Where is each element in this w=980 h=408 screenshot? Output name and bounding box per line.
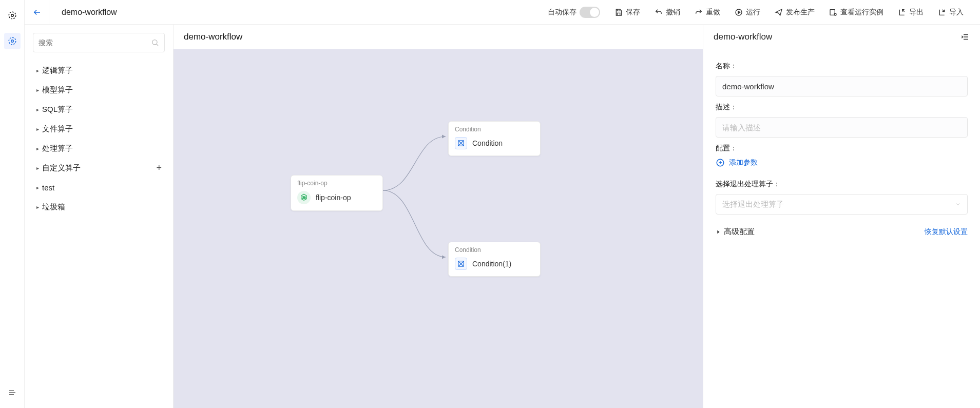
edges	[174, 49, 703, 408]
advanced-toggle[interactable]: 高级配置	[716, 227, 755, 237]
exit-select[interactable]: 选择退出处理算子	[716, 194, 968, 215]
canvas-title: demo-workflow	[174, 25, 703, 49]
play-icon	[735, 8, 743, 16]
node-header: Condition	[449, 122, 540, 133]
switch-icon[interactable]	[580, 7, 600, 18]
exit-label: 选择退出处理算子：	[716, 180, 968, 189]
list-search-icon	[829, 8, 837, 16]
node-label: Condition	[472, 139, 503, 147]
plus-circle-icon	[716, 158, 725, 167]
svg-point-3	[9, 37, 16, 45]
export-icon	[898, 8, 906, 16]
node-header: Condition	[449, 242, 540, 254]
caret-right-icon: ▸	[33, 126, 42, 132]
svg-point-7	[152, 40, 157, 45]
caret-right-icon: ▸	[33, 68, 42, 73]
import-icon	[938, 8, 946, 16]
back-button[interactable]	[25, 0, 49, 25]
send-icon	[775, 8, 783, 16]
sidebar-item[interactable]: ▸SQL算子	[33, 100, 165, 119]
node-label: flip-coin-op	[316, 193, 351, 202]
redo-icon	[695, 8, 703, 16]
name-field[interactable]	[716, 76, 968, 96]
restore-defaults-link[interactable]: 恢复默认设置	[925, 227, 968, 237]
caret-right-icon: ▸	[33, 185, 42, 190]
instances-button[interactable]: 查看运行实例	[823, 0, 890, 25]
collapse-panel-icon[interactable]	[960, 32, 970, 42]
collapse-rail-icon[interactable]	[4, 384, 21, 401]
sidebar-item[interactable]: ▸自定义算子+	[33, 158, 165, 178]
caret-right-icon: ▸	[33, 146, 42, 151]
caret-right-icon: ▸	[33, 204, 42, 210]
search-icon	[151, 38, 159, 47]
undo-button[interactable]: 撤销	[648, 0, 686, 25]
caret-right-icon: ▸	[33, 87, 42, 93]
export-button[interactable]: 导出	[892, 0, 930, 25]
nav-workflow-icon[interactable]	[4, 33, 21, 49]
search-input[interactable]	[39, 38, 151, 47]
publish-button[interactable]: 发布生产	[768, 0, 821, 25]
sidebar-item-label: 垃圾箱	[42, 202, 165, 212]
sidebar-item-label: 文件算子	[42, 124, 165, 134]
svg-point-1	[9, 12, 16, 19]
nodejs-icon: JS	[297, 191, 311, 204]
condition-icon	[455, 137, 467, 149]
add-param-button[interactable]: 添加参数	[716, 158, 968, 167]
svg-text:JS: JS	[302, 196, 306, 199]
sidebar-item[interactable]: ▸test	[33, 178, 165, 197]
sidebar-item[interactable]: ▸文件算子	[33, 119, 165, 139]
import-button[interactable]: 导入	[932, 0, 970, 25]
node-condition-1[interactable]: Condition Condition	[448, 121, 541, 156]
name-label: 名称：	[716, 62, 968, 71]
sidebar-item-label: SQL算子	[42, 105, 165, 114]
sidebar-item[interactable]: ▸逻辑算子	[33, 61, 165, 80]
node-header: flip-coin-op	[291, 176, 382, 187]
autosave-toggle[interactable]: 自动保存	[542, 0, 606, 25]
config-label: 配置：	[716, 144, 968, 153]
sidebar-item[interactable]: ▸垃圾箱	[33, 197, 165, 217]
caret-right-icon	[716, 229, 721, 235]
desc-field[interactable]	[716, 117, 968, 138]
svg-point-0	[11, 14, 13, 17]
sidebar-item-label: test	[42, 183, 165, 192]
node-flip-coin[interactable]: flip-coin-op JS flip-coin-op	[291, 175, 383, 211]
autosave-label: 自动保存	[548, 8, 577, 17]
sidebar-item-label: 处理算子	[42, 144, 165, 153]
sidebar-item[interactable]: ▸处理算子	[33, 139, 165, 158]
topbar: demo-workflow 自动保存 保存 撤销 重做 运行	[25, 0, 980, 25]
operator-sidebar: ▸逻辑算子▸模型算子▸SQL算子▸文件算子▸处理算子▸自定义算子+▸test▸垃…	[25, 25, 174, 408]
workflow-name: demo-workflow	[51, 8, 127, 17]
save-icon	[614, 8, 623, 16]
save-button[interactable]: 保存	[608, 0, 646, 25]
workflow-canvas[interactable]: flip-coin-op JS flip-coin-op Condition	[174, 49, 703, 408]
logo-icon	[4, 7, 21, 24]
caret-right-icon: ▸	[33, 165, 42, 171]
inspector-panel: demo-workflow 名称： 描述： 配置： 添加参数 选择退出处理算子：	[703, 25, 980, 408]
desc-label: 描述：	[716, 103, 968, 112]
inspector-title: demo-workflow	[714, 32, 772, 42]
caret-right-icon: ▸	[33, 107, 42, 112]
exit-placeholder: 选择退出处理算子	[722, 200, 784, 209]
node-condition-2[interactable]: Condition Condition(1)	[448, 242, 541, 277]
node-label: Condition(1)	[472, 260, 511, 268]
sidebar-item-label: 逻辑算子	[42, 66, 165, 75]
undo-icon	[655, 8, 663, 16]
chevron-down-icon	[955, 201, 961, 207]
sidebar-item[interactable]: ▸模型算子	[33, 80, 165, 100]
add-operator-button[interactable]: +	[156, 163, 165, 173]
search-input-wrap[interactable]	[33, 33, 165, 52]
sidebar-item-label: 自定义算子	[42, 163, 156, 173]
condition-icon	[455, 258, 467, 270]
svg-point-2	[11, 40, 13, 43]
redo-button[interactable]: 重做	[688, 0, 726, 25]
left-rail	[0, 0, 25, 408]
run-button[interactable]: 运行	[728, 0, 766, 25]
sidebar-item-label: 模型算子	[42, 85, 165, 95]
